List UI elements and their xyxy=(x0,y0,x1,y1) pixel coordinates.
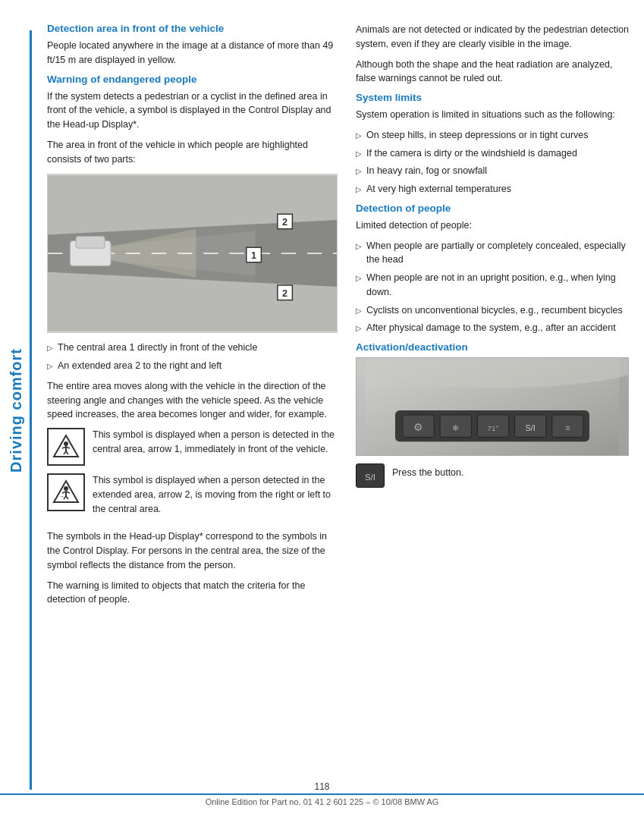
activation-image: ⚙ ❄ 71° S/I ≡ xyxy=(356,357,629,456)
warning-icon-2: → xyxy=(47,473,85,511)
svg-text:71°: 71° xyxy=(488,424,499,432)
page-container: Driving comfort Detection area in front … xyxy=(0,0,644,820)
svg-point-22 xyxy=(64,486,68,491)
section1-title: Detection area in front of the vehicle xyxy=(47,23,338,34)
warning1-text: This symbol is displayed when a person i… xyxy=(93,428,338,457)
list-item: In heavy rain, fog or snowfall xyxy=(356,164,629,178)
svg-text:⚙: ⚙ xyxy=(413,422,423,433)
bullet-item-1: The central area 1 directly in front of … xyxy=(47,341,338,355)
vehicle-diagram: 1 2 2 xyxy=(47,174,338,333)
main-content: Detection area in front of the vehicle P… xyxy=(32,0,644,820)
section1-p1: People located anywhere in the image at … xyxy=(47,39,338,68)
footer-text: Online Edition for Part no. 01 41 2 601 … xyxy=(206,797,439,806)
svg-text:2: 2 xyxy=(282,288,287,299)
list-item: On steep hills, in steep depressions or … xyxy=(356,128,629,143)
section2-p4: The symbols in the Head-up Display* corr… xyxy=(47,529,338,572)
diagram-svg: 1 2 2 xyxy=(48,174,337,332)
bullet-list-areas: The central area 1 directly in front of … xyxy=(47,341,338,373)
list-item: At very high external temperatures xyxy=(356,182,629,196)
svg-text:S/I: S/I xyxy=(365,473,375,482)
list-item: When people are partially or completely … xyxy=(356,239,629,268)
section2-p5: The warning is limited to objects that m… xyxy=(47,579,338,608)
svg-text:→: → xyxy=(58,493,64,500)
system-limits-list: On steep hills, in steep depressions or … xyxy=(356,128,629,196)
svg-text:2: 2 xyxy=(282,217,287,228)
section2-p2: The area in front of the vehicle in whic… xyxy=(47,138,338,167)
svg-text:❄: ❄ xyxy=(452,423,459,432)
sidebar-label: Driving comfort xyxy=(8,348,25,473)
svg-point-15 xyxy=(64,441,68,446)
activation-panel-svg: ⚙ ❄ 71° S/I ≡ xyxy=(357,358,628,455)
list-item: When people are not in an upright positi… xyxy=(356,271,629,300)
bullet-item-2: An extended area 2 to the right and left xyxy=(47,359,338,373)
press-button-row: S/I Press the button. xyxy=(356,463,629,488)
warning2-text: This symbol is displayed when a person d… xyxy=(93,473,338,516)
detection-intro: Limited detection of people: xyxy=(356,218,629,233)
footer-line xyxy=(0,793,644,795)
right-p2: Although both the shape and the heat rad… xyxy=(356,58,629,86)
system-limits-title: System limits xyxy=(356,92,629,103)
list-item: If the camera is dirty or the windshield… xyxy=(356,146,629,161)
svg-rect-6 xyxy=(76,237,105,249)
right-p1: Animals are not detected or indicated by… xyxy=(356,23,629,52)
activation-title: Activation/deactivation xyxy=(356,341,629,353)
page-number: 118 xyxy=(314,781,329,792)
section2-title: Warning of endangered people xyxy=(47,74,338,85)
section2-p1: If the system detects a pedestrian or a … xyxy=(47,90,338,132)
svg-text:S/I: S/I xyxy=(526,423,536,432)
warning-block-1: This symbol is displayed when a person i… xyxy=(47,428,338,466)
section2-p3: The entire area moves along with the veh… xyxy=(47,379,338,422)
list-item: Cyclists on unconventional bicycles, e.g… xyxy=(356,303,629,318)
right-column: Animals are not detected or indicated by… xyxy=(356,23,629,805)
si-button-icon: S/I xyxy=(356,463,385,488)
warning-block-2: → This symbol is displayed when a person… xyxy=(47,473,338,522)
list-item: After physical damage to the system, e.g… xyxy=(356,321,629,335)
svg-text:1: 1 xyxy=(251,250,256,261)
warning-icon-1 xyxy=(47,428,85,466)
detection-title: Detection of people xyxy=(356,203,629,214)
page-footer: 118 Online Edition for Part no. 01 41 2 … xyxy=(0,781,644,806)
left-column: Detection area in front of the vehicle P… xyxy=(47,23,338,805)
svg-text:≡: ≡ xyxy=(565,423,570,432)
press-label: Press the button. xyxy=(392,466,464,480)
system-limits-intro: System operation is limited in situation… xyxy=(356,108,629,122)
sidebar: Driving comfort xyxy=(0,0,32,820)
detection-list: When people are partially or completely … xyxy=(356,239,629,336)
